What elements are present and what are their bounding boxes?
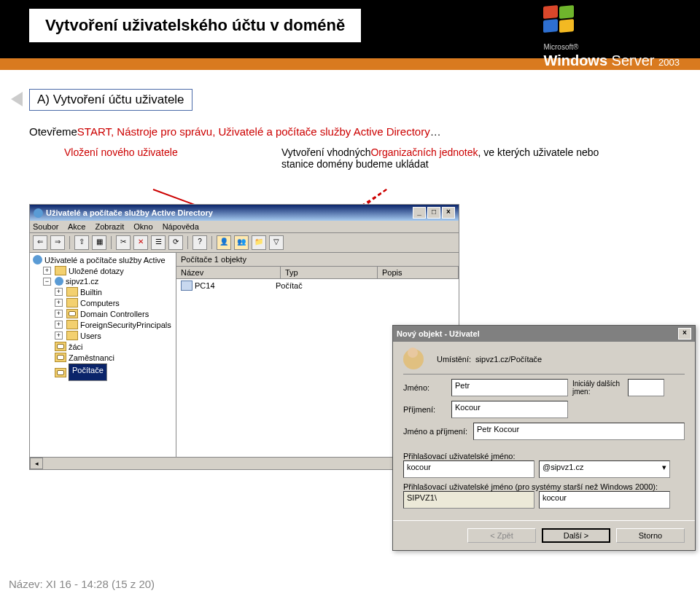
location-label: Umístění:	[437, 355, 471, 364]
app-icon	[34, 208, 43, 218]
close-button[interactable]: ×	[442, 207, 455, 219]
initials-label: Iniciály dalších jmen:	[572, 380, 623, 396]
computer-icon	[181, 281, 192, 291]
aduc-menubar[interactable]: Soubor Akce Zobrazit Okno Nápověda	[30, 221, 459, 233]
forward-icon[interactable]: ⇒	[50, 235, 65, 250]
tree-domain-controllers[interactable]: +Domain Controllers	[30, 308, 176, 319]
tree-builtin[interactable]: +Builtin	[30, 286, 176, 297]
new-group-icon[interactable]: 👥	[234, 235, 249, 250]
annotation-right: Vytvoření vhodnýchOrganizačních jednotek…	[281, 146, 617, 170]
dlg-titlebar[interactable]: Nový objekt - Uživatel ×	[393, 326, 695, 342]
delete-icon[interactable]: ✕	[133, 235, 148, 250]
col-desc[interactable]: Popis	[378, 267, 459, 278]
new-ou-icon[interactable]: 📁	[252, 235, 266, 250]
col-name[interactable]: Název	[176, 267, 281, 278]
menu-zobrazit[interactable]: Zobrazit	[95, 222, 124, 231]
menu-akce[interactable]: Akce	[68, 222, 85, 231]
maximize-button[interactable]: □	[427, 207, 440, 219]
col-type[interactable]: Typ	[281, 267, 378, 278]
tree-root[interactable]: Uživatelé a počítače služby Active	[30, 254, 176, 265]
upn-domain-select[interactable]: @sipvz1.cz▾	[539, 460, 670, 478]
upn-label: Přihlašovací uživatelské jméno:	[403, 452, 685, 460]
dlg-close-button[interactable]: ×	[678, 328, 691, 340]
tree-zamestnanci[interactable]: Zaměstnanci	[30, 352, 176, 363]
firstname-input[interactable]: Petr	[451, 379, 568, 396]
menu-soubor[interactable]: Soubor	[33, 222, 58, 231]
back-icon[interactable]: ⇐	[33, 235, 47, 250]
new-user-icon[interactable]: 👤	[217, 235, 231, 250]
initials-input[interactable]	[628, 379, 664, 396]
tree-pocitace[interactable]: Počítače	[30, 363, 176, 382]
sam-label: Přihlašovací uživatelské jméno (pro syst…	[403, 482, 685, 491]
slide-header: Vytvoření uživatelského účtu v doméně Mi…	[0, 0, 700, 58]
list-columns: Název Typ Popis	[176, 267, 459, 279]
logo-microsoft: Microsoft®	[543, 43, 578, 51]
aduc-titlebar[interactable]: Uživatelé a počítače služby Active Direc…	[30, 205, 459, 221]
upn-input[interactable]: kocour	[403, 460, 534, 478]
fullname-label: Jméno a příjmení:	[403, 427, 469, 436]
section-heading: A) Vytvoření účtu uživatele	[29, 89, 192, 111]
scroll-left-icon[interactable]: ◂	[30, 458, 43, 469]
fullname-input[interactable]: Petr Kocour	[473, 423, 685, 440]
back-button: < Zpět	[467, 528, 536, 543]
sam-input[interactable]: kocour	[539, 491, 670, 509]
windows-flag-icon	[543, 6, 578, 35]
new-user-dialog: Nový objekt - Uživatel × Umístění: sipvz…	[392, 325, 696, 551]
windows-server-logo: Microsoft® Windows Server 2003	[543, 6, 680, 69]
list-header: Počítače 1 objekty	[176, 253, 459, 267]
tree-zaci[interactable]: žáci	[30, 341, 176, 352]
cut-icon[interactable]: ✂	[116, 235, 131, 250]
sam-domain-field: SIPVZ1\	[403, 491, 534, 509]
annotation-left: Vložení nového uživatele	[64, 146, 178, 158]
up-icon[interactable]: ⇧	[74, 235, 89, 250]
location-value: sipvz1.cz/Počítače	[475, 355, 542, 364]
firstname-label: Jméno:	[403, 383, 447, 392]
list-item[interactable]: PC14 Počítač	[176, 279, 459, 292]
user-icon	[403, 349, 424, 369]
tree-computers[interactable]: +Computers	[30, 297, 176, 308]
tree-users[interactable]: +Users	[30, 330, 176, 341]
tree-foreign-security[interactable]: +ForeignSecurityPrincipals	[30, 319, 176, 330]
refresh-icon[interactable]: ⟳	[168, 235, 183, 250]
chevron-down-icon: ▾	[662, 463, 666, 476]
lastname-label: Příjmení:	[403, 405, 447, 414]
tree-domain[interactable]: −sipvz1.cz	[30, 276, 176, 286]
next-button[interactable]: Další >	[542, 528, 610, 543]
show-icon[interactable]: ▦	[92, 235, 106, 250]
aduc-tree[interactable]: Uživatelé a počítače služby Active +Ulož…	[30, 253, 176, 457]
filter-icon[interactable]: ▽	[269, 235, 284, 250]
slide-title: Vytvoření uživatelského účtu v doméně	[29, 9, 361, 42]
menu-okno[interactable]: Okno	[133, 222, 152, 231]
properties-icon[interactable]: ☰	[151, 235, 166, 250]
help-icon[interactable]: ?	[192, 235, 207, 250]
menu-napoveda[interactable]: Nápověda	[163, 222, 199, 231]
aduc-toolbar: ⇐ ⇒ ⇧ ▦ ✂ ✕ ☰ ⟳ ? 👤 👥 📁 ▽	[30, 233, 459, 253]
cancel-button[interactable]: Storno	[616, 528, 685, 543]
lastname-input[interactable]: Kocour	[451, 401, 568, 418]
slide-footer: Název: XI 16 - 14:28 (15 z 20)	[9, 578, 155, 590]
instruction-text: OtevřemeSTART, Nástroje pro správu, Uživ…	[29, 124, 671, 139]
minimize-button[interactable]: _	[413, 207, 426, 219]
tree-saved-queries[interactable]: +Uložené dotazy	[30, 265, 176, 276]
